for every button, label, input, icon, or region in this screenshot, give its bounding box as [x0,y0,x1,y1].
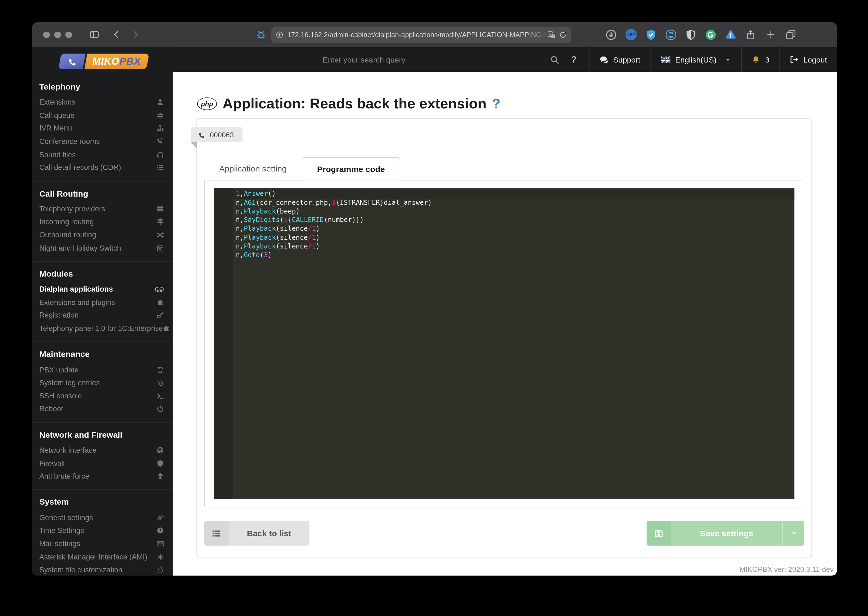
code-line[interactable]: n,Playback(silence/1) [236,233,794,242]
code-line[interactable]: 1,Answer() [233,190,794,198]
sidebar-item-extensions-plugins[interactable]: Extensions and plugins [39,296,164,309]
code-line[interactable]: n,Playback(silence/1) [236,242,794,251]
search-input[interactable] [322,55,542,64]
support-button[interactable]: Support [590,47,650,72]
php-badge-icon: php [197,97,217,110]
application-panel: 000063 Application setting Programme cod… [197,118,812,557]
map-signs-icon [157,218,164,225]
share-icon[interactable] [745,29,756,40]
sidebar-item-general-settings[interactable]: General settings [39,511,164,524]
address-bar[interactable]: 172.16.162.2/admin-cabinet/dialplan-appl… [271,27,571,43]
warning-extension-icon[interactable] [725,29,736,40]
tab-overview-icon[interactable] [785,29,796,40]
sync-icon [157,366,164,373]
window-minimize-button[interactable] [54,31,61,38]
code-line[interactable]: n,Goto(3) [236,251,794,260]
sidebar-item-network-interface[interactable]: Network interface [39,444,164,457]
language-selector[interactable]: English(US) [651,47,742,72]
window-close-button[interactable] [43,31,50,38]
stethoscope-icon [157,379,164,387]
sign-out-icon [790,55,798,64]
code-lines[interactable]: 1,Answer()n,AGI(cdr_connector.php,${ISTR… [233,188,794,499]
privacy-shield-icon[interactable] [685,29,697,40]
tab-application-setting[interactable]: Application setting [204,157,302,180]
back-icon[interactable] [112,30,120,39]
sidebar-section-call-routing: Call Routing Telephony providers Incomin… [32,181,173,261]
save-dropdown-caret[interactable] [782,521,804,545]
url-text[interactable]: 172.16.162.2/admin-cabinet/dialplan-appl… [287,31,547,39]
sidebar: MIKOPBX Telephony Extensions Call queue … [32,47,173,575]
code-line[interactable]: n,SayDigits(${CALLERID(number)}) [236,216,794,225]
sidebar-item-dialplan-applications[interactable]: Dialplan applications [39,283,164,296]
reload-icon[interactable] [559,31,567,39]
extension-ribbon: 000063 [191,127,242,142]
sidebar-item-mail-settings[interactable]: Mail settings [39,537,164,550]
code-line[interactable]: n,AGI(cdr_connector.php,${ISTRANSFER}dia… [236,198,794,207]
key-icon [157,312,164,319]
save-settings-button[interactable]: Save settings [647,521,804,545]
site-settings-icon[interactable] [275,31,283,39]
tab-programme-code[interactable]: Programme code [302,157,400,181]
new-tab-icon[interactable] [765,29,776,40]
sidebar-item-pbx-update[interactable]: PBX update [39,363,164,376]
grammarly-extension-icon[interactable] [705,29,716,40]
sidebar-item-incoming-routing[interactable]: Incoming routing [39,215,164,229]
window-zoom-button[interactable] [65,31,72,38]
sidebar-item-system-log-entries[interactable]: System log entries [39,376,164,390]
notifications-button[interactable]: 3 [742,47,780,72]
section-title: Maintenance [39,349,164,359]
tab-pane: 1,Answer()n,AGI(cdr_connector.php,${ISTR… [204,181,804,508]
search-icon[interactable] [550,55,559,64]
uk-flag-icon [661,56,670,63]
code-line[interactable]: n,Playback(beep) [236,207,794,216]
shield-check-extension-icon[interactable] [645,29,657,40]
sidebar-item-system-file-customization[interactable]: System file customization [39,563,164,575]
brand-miko: MIKO [91,56,121,68]
sidebar-item-extensions[interactable]: Extensions [39,96,164,109]
main: ? Support English(US) 3 Logout [173,47,837,575]
sidebar-item-call-queue[interactable]: Call queue [39,109,164,122]
sidebar-item-telephony-providers[interactable]: Telephony providers [39,202,164,215]
sidebar-section-maintenance: Maintenance PBX update System log entrie… [32,342,173,422]
sidebar-item-firewall[interactable]: Firewall [39,457,164,470]
mikopbx-logo[interactable]: MIKOPBX [58,54,173,69]
sidebar-item-sound-files[interactable]: Sound files [39,148,164,161]
search-zone [173,55,542,64]
sidebar-item-ami[interactable]: Asterisk Manager Interface (AMI) [39,550,164,563]
sync-extension-icon[interactable] [665,29,676,40]
sidebar-item-ivr-menu[interactable]: IVR Menu [39,122,164,135]
app: MIKOPBX Telephony Extensions Call queue … [32,47,837,575]
sidebar-item-conference-rooms[interactable]: Conference rooms [39,135,164,148]
chevron-down-icon [790,530,797,537]
sidebar-item-reboot[interactable]: Reboot [39,402,164,416]
version-label: MIKOPBX ver: 2020.3.11-dev [739,565,833,573]
globe-icon [157,447,164,454]
linux-icon [157,566,164,574]
puzzle-icon [157,299,164,306]
adblock-extension-icon[interactable]: ABP [626,29,637,40]
back-to-list-button[interactable]: Back to list [204,521,310,545]
translate-icon[interactable] [547,31,555,39]
sidebar-item-registration[interactable]: Registration [39,309,164,322]
notification-count: 3 [765,55,770,64]
sidebar-section-telephony: Telephony Extensions Call queue IVR Menu… [32,75,173,181]
sidebar-item-ssh-console[interactable]: SSH console [39,390,164,402]
sidebar-item-time-settings[interactable]: Time Settings [39,524,164,537]
sidebar-item-outbound-routing[interactable]: Outbound routing [39,229,164,242]
calendar-times-icon [157,244,164,251]
sidebar-item-anti-brute-force[interactable]: Anti brute force [39,470,164,483]
sidebar-item-night-holiday-switch[interactable]: Night and Holiday Switch [39,241,164,255]
help-icon[interactable]: ? [571,55,577,64]
phone-icon [198,131,205,138]
headphones-icon [157,151,164,158]
page-help-icon[interactable]: ? [492,96,500,112]
code-editor[interactable]: 1,Answer()n,AGI(cdr_connector.php,${ISTR… [214,188,794,499]
sidebar-item-cdr[interactable]: Call detail records (CDR) [39,161,164,174]
logout-button[interactable]: Logout [780,47,837,72]
bug-extension-icon[interactable] [256,29,266,40]
sidebar-toggle-icon[interactable] [90,30,99,39]
forward-icon [131,30,139,39]
code-line[interactable]: n,Playback(silence/1) [236,225,794,233]
sidebar-item-telephony-panel-1c[interactable]: Telephony panel 1.0 for 1C:Enterprise [39,322,164,335]
downloads-icon[interactable] [605,29,617,40]
